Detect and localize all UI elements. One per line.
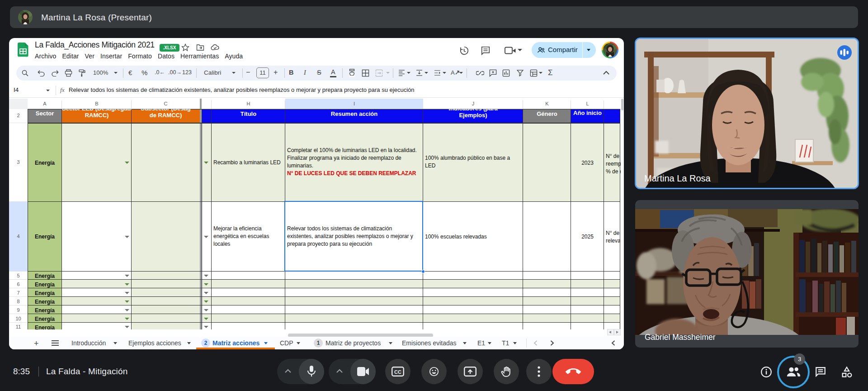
svg-text:CC: CC bbox=[394, 369, 401, 375]
svg-text:Martina La Rosa: Martina La Rosa bbox=[644, 173, 711, 183]
